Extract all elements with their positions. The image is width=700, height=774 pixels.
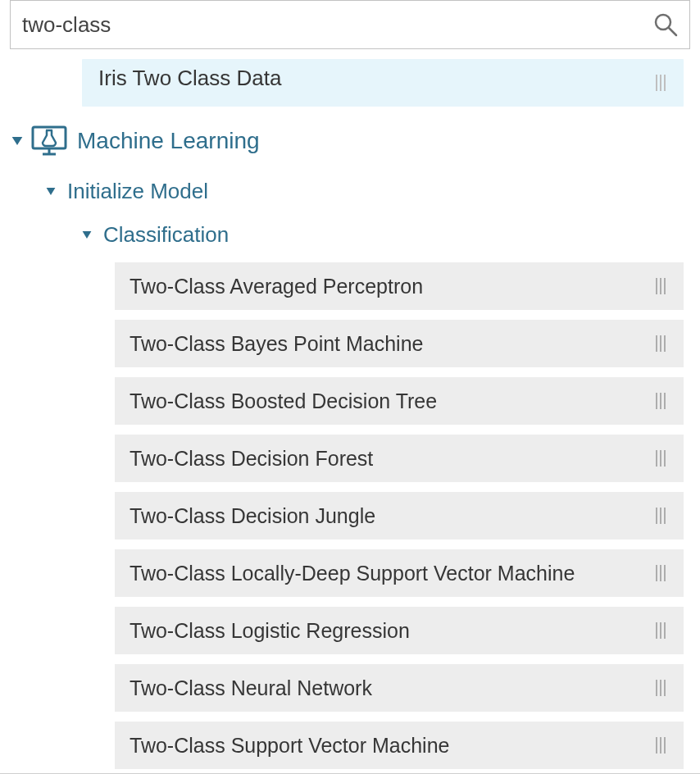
module-label: Two-Class Boosted Decision Tree — [115, 389, 652, 413]
category-machine-learning[interactable]: Machine Learning — [0, 125, 700, 157]
module-item[interactable]: Two-Class Logistic Regression — [115, 607, 684, 654]
drag-handle-icon[interactable] — [652, 450, 670, 467]
dataset-item-label: Iris Two Class Data — [82, 66, 652, 91]
subcategory-label: Initialize Model — [67, 179, 208, 204]
drag-handle-icon[interactable] — [652, 335, 670, 352]
subcategory-initialize-model[interactable]: Initialize Model — [0, 179, 700, 204]
caret-down-icon — [83, 231, 92, 239]
dataset-item-iris[interactable]: Iris Two Class Data — [82, 59, 684, 107]
module-label: Two-Class Bayes Point Machine — [115, 332, 652, 356]
module-label: Two-Class Locally-Deep Support Vector Ma… — [115, 562, 652, 585]
module-item[interactable]: Two-Class Support Vector Machine — [115, 722, 684, 769]
module-item[interactable]: Two-Class Averaged Perceptron — [115, 262, 684, 310]
module-label: Two-Class Averaged Perceptron — [115, 275, 652, 298]
module-item[interactable]: Two-Class Decision Jungle — [115, 492, 684, 540]
search-input[interactable] — [22, 12, 650, 38]
module-tree: Iris Two Class Data Machine Learning Ini… — [0, 59, 700, 769]
module-label: Two-Class Decision Jungle — [115, 504, 652, 528]
module-label: Two-Class Decision Forest — [115, 447, 652, 471]
search-icon[interactable] — [650, 12, 678, 37]
drag-handle-icon[interactable] — [652, 508, 670, 524]
module-list: Two-Class Averaged Perceptron Two-Class … — [0, 262, 700, 769]
drag-handle-icon[interactable] — [652, 622, 670, 639]
module-label: Two-Class Support Vector Machine — [115, 734, 652, 758]
flask-icon — [30, 125, 69, 157]
module-item[interactable]: Two-Class Boosted Decision Tree — [115, 377, 684, 425]
drag-handle-icon[interactable] — [652, 565, 670, 581]
subsubcategory-label: Classification — [103, 222, 229, 248]
module-item[interactable]: Two-Class Bayes Point Machine — [115, 320, 684, 367]
caret-down-icon — [47, 188, 56, 195]
module-item[interactable]: Two-Class Neural Network — [115, 664, 684, 712]
module-label: Two-Class Neural Network — [115, 676, 652, 700]
subsubcategory-classification[interactable]: Classification — [0, 222, 700, 248]
module-item[interactable]: Two-Class Decision Forest — [115, 435, 684, 482]
drag-handle-icon[interactable] — [652, 737, 670, 754]
drag-handle-icon[interactable] — [652, 75, 670, 91]
caret-down-icon — [12, 137, 23, 145]
svg-line-1 — [669, 28, 676, 35]
module-palette: Iris Two Class Data Machine Learning Ini… — [0, 0, 700, 774]
drag-handle-icon[interactable] — [652, 680, 670, 696]
module-item[interactable]: Two-Class Locally-Deep Support Vector Ma… — [115, 549, 684, 597]
module-label: Two-Class Logistic Regression — [115, 619, 652, 643]
drag-handle-icon[interactable] — [652, 393, 670, 409]
search-bar[interactable] — [10, 0, 690, 49]
category-label: Machine Learning — [77, 128, 260, 154]
drag-handle-icon[interactable] — [652, 278, 670, 294]
